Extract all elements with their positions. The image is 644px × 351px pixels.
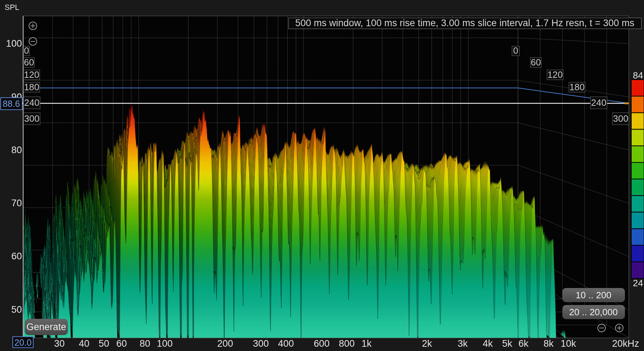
svg-text:24: 24 bbox=[633, 278, 643, 288]
svg-text:60: 60 bbox=[531, 57, 541, 68]
svg-text:20 .. 20,000: 20 .. 20,000 bbox=[569, 307, 617, 317]
svg-text:60: 60 bbox=[116, 338, 127, 349]
svg-text:2k: 2k bbox=[422, 338, 432, 349]
svg-text:0: 0 bbox=[24, 45, 29, 56]
svg-text:100: 100 bbox=[6, 38, 22, 49]
svg-text:4k: 4k bbox=[483, 338, 493, 349]
svg-text:100: 100 bbox=[157, 338, 172, 349]
svg-text:20kHz: 20kHz bbox=[612, 338, 639, 349]
svg-text:40: 40 bbox=[79, 338, 89, 349]
svg-text:240: 240 bbox=[591, 97, 606, 108]
svg-text:80: 80 bbox=[140, 338, 150, 349]
svg-text:1k: 1k bbox=[362, 338, 372, 349]
svg-text:3k: 3k bbox=[458, 338, 468, 349]
svg-text:70: 70 bbox=[11, 198, 22, 208]
svg-text:240: 240 bbox=[24, 97, 39, 108]
svg-text:30: 30 bbox=[54, 338, 65, 349]
svg-text:300: 300 bbox=[253, 338, 269, 349]
svg-text:120: 120 bbox=[24, 69, 39, 80]
svg-text:60: 60 bbox=[11, 251, 22, 261]
svg-text:400: 400 bbox=[278, 338, 294, 349]
svg-text:8k: 8k bbox=[544, 338, 554, 349]
svg-text:180: 180 bbox=[24, 82, 39, 92]
svg-text:600: 600 bbox=[314, 338, 329, 349]
svg-text:60: 60 bbox=[24, 57, 34, 68]
svg-text:88.6: 88.6 bbox=[3, 99, 20, 109]
svg-text:20.0: 20.0 bbox=[14, 338, 32, 347]
svg-text:120: 120 bbox=[548, 69, 563, 80]
svg-text:6k: 6k bbox=[519, 338, 529, 349]
svg-text:50: 50 bbox=[11, 304, 22, 315]
svg-text:5k: 5k bbox=[502, 338, 513, 349]
svg-text:0: 0 bbox=[513, 45, 518, 56]
svg-text:200: 200 bbox=[217, 338, 233, 349]
svg-text:800: 800 bbox=[339, 338, 355, 349]
svg-text:Generate: Generate bbox=[27, 322, 66, 332]
svg-text:84: 84 bbox=[633, 70, 643, 81]
svg-text:80: 80 bbox=[11, 145, 22, 155]
svg-text:180: 180 bbox=[569, 82, 585, 92]
svg-text:10 .. 200: 10 .. 200 bbox=[575, 290, 611, 300]
svg-text:500 ms window, 100 ms rise tim: 500 ms window, 100 ms rise time, 3.00 ms… bbox=[295, 18, 634, 28]
svg-text:SPL: SPL bbox=[5, 3, 19, 12]
svg-text:300: 300 bbox=[613, 113, 628, 124]
svg-text:10k: 10k bbox=[561, 338, 576, 349]
svg-text:300: 300 bbox=[24, 113, 39, 124]
svg-text:50: 50 bbox=[99, 338, 109, 349]
